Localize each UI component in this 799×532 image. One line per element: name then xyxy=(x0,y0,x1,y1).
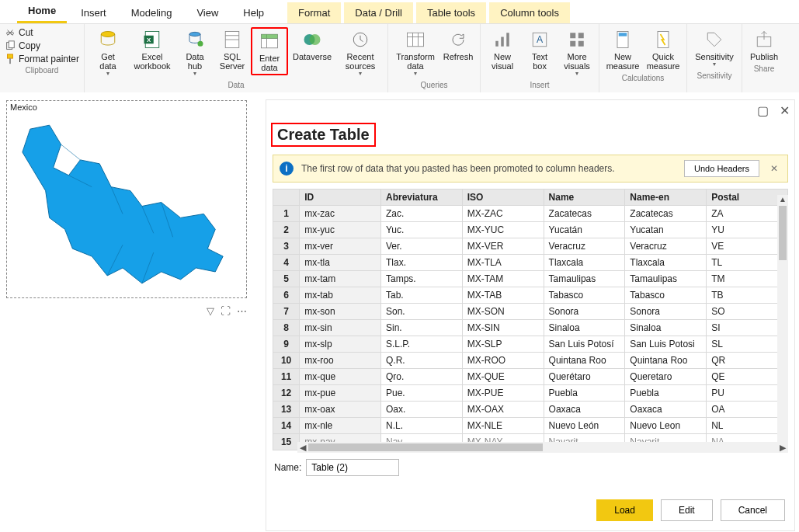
cell[interactable]: NL xyxy=(707,418,788,434)
cell[interactable]: S.L.P. xyxy=(381,336,463,353)
table-row[interactable]: 7mx-sonSon.MX-SONSonoraSonoraSO xyxy=(273,304,788,320)
cell[interactable]: Sinaloa xyxy=(544,320,625,336)
tab-insert[interactable]: Insert xyxy=(70,2,117,23)
transform-data-button[interactable]: Transform data ▾ xyxy=(391,27,439,79)
table-row[interactable]: 6mx-tabTab.MX-TABTabascoTabascoTB xyxy=(273,287,788,304)
cell[interactable]: Oaxaca xyxy=(544,402,625,418)
cell[interactable]: Tlaxcala xyxy=(625,255,707,271)
row-number[interactable]: 15 xyxy=(273,434,300,450)
cell[interactable]: Yucatan xyxy=(625,222,707,238)
text-box-button[interactable]: A Text box xyxy=(521,27,558,72)
more-visuals-button[interactable]: More visuals ▾ xyxy=(558,27,596,79)
data-grid[interactable]: ID Abreviatura ISO Name Name-en Postal 1… xyxy=(273,189,788,453)
tab-help[interactable]: Help xyxy=(232,2,275,23)
cell[interactable]: Sinaloa xyxy=(625,320,707,336)
table-row[interactable]: 8mx-sinSin.MX-SINSinaloaSinaloaSI xyxy=(273,320,788,336)
cell[interactable]: Son. xyxy=(381,304,463,320)
cell[interactable]: Puebla xyxy=(544,385,625,402)
table-row[interactable]: 11mx-queQro.MX-QUEQuerétaroQueretaroQE xyxy=(273,369,788,385)
row-number[interactable]: 3 xyxy=(273,238,300,255)
sensitivity-button[interactable]: Sensitivity ▾ xyxy=(690,27,738,70)
scroll-right-icon[interactable]: ▶ xyxy=(777,443,788,453)
dataverse-button[interactable]: Dataverse xyxy=(288,27,336,63)
new-measure-button[interactable]: New measure xyxy=(603,27,643,72)
table-row[interactable]: 5mx-tamTamps.MX-TAMTamaulipasTamaulipasT… xyxy=(273,271,788,287)
cell[interactable]: mx-son xyxy=(300,304,381,320)
cell[interactable]: N.L. xyxy=(381,418,463,434)
cell[interactable]: MX-QUE xyxy=(462,369,544,385)
cell[interactable]: Yuc. xyxy=(381,222,463,238)
cell[interactable]: Pue. xyxy=(381,385,463,402)
tab-data-drill[interactable]: Data / Drill xyxy=(344,2,413,23)
cell[interactable]: TM xyxy=(707,271,788,287)
recent-sources-button[interactable]: Recent sources ▾ xyxy=(336,27,384,79)
col-abrev[interactable]: Abreviatura xyxy=(381,190,463,206)
cell[interactable]: TB xyxy=(707,287,788,304)
cell[interactable]: MX-OAX xyxy=(462,402,544,418)
cell[interactable]: MX-YUC xyxy=(462,222,544,238)
cell[interactable]: MX-VER xyxy=(462,238,544,255)
cell[interactable]: Zacatecas xyxy=(625,206,707,222)
data-hub-button[interactable]: Data hub ▾ xyxy=(176,27,214,79)
row-number[interactable]: 11 xyxy=(273,369,300,385)
row-number[interactable]: 1 xyxy=(273,206,300,222)
col-name[interactable]: Name xyxy=(544,190,625,206)
cell[interactable]: Puebla xyxy=(625,385,707,402)
table-row[interactable]: 1mx-zacZac.MX-ZACZacatecasZacatecasZA xyxy=(273,206,788,222)
undo-headers-button[interactable]: Undo Headers xyxy=(684,160,759,177)
cell[interactable]: Tamaulipas xyxy=(544,271,625,287)
cell[interactable]: Veracruz xyxy=(625,238,707,255)
cell[interactable]: Oaxaca xyxy=(625,402,707,418)
get-data-button[interactable]: Get data ▾ xyxy=(88,27,128,79)
cell[interactable]: Tlax. xyxy=(381,255,463,271)
vscroll-thumb[interactable] xyxy=(779,206,787,260)
new-visual-button[interactable]: New visual xyxy=(484,27,521,72)
copy-button[interactable]: Copy xyxy=(5,40,79,51)
cell[interactable]: Qro. xyxy=(381,369,463,385)
cell[interactable]: Queretaro xyxy=(625,369,707,385)
cell[interactable]: Yucatán xyxy=(544,222,625,238)
cell[interactable]: VE xyxy=(707,238,788,255)
cell[interactable]: Oax. xyxy=(381,402,463,418)
col-nameen[interactable]: Name-en xyxy=(625,190,707,206)
focus-icon[interactable]: ⛶ xyxy=(221,305,231,317)
col-iso[interactable]: ISO xyxy=(462,190,544,206)
cell[interactable]: mx-ver xyxy=(300,238,381,255)
cell[interactable]: SL xyxy=(707,336,788,353)
table-row[interactable]: 2mx-yucYuc.MX-YUCYucatánYucatanYU xyxy=(273,222,788,238)
col-postal[interactable]: Postal xyxy=(707,190,788,206)
cell[interactable]: MX-SLP xyxy=(462,336,544,353)
row-number[interactable]: 10 xyxy=(273,353,300,369)
cell[interactable]: MX-SON xyxy=(462,304,544,320)
cell[interactable]: TL xyxy=(707,255,788,271)
publish-button[interactable]: Publish xyxy=(745,27,783,63)
scroll-up-icon[interactable]: ▲ xyxy=(777,195,788,206)
cell[interactable]: mx-slp xyxy=(300,336,381,353)
row-number[interactable]: 12 xyxy=(273,385,300,402)
cell[interactable]: PU xyxy=(707,385,788,402)
cell[interactable]: SI xyxy=(707,320,788,336)
cell[interactable]: Veracruz xyxy=(544,238,625,255)
table-row[interactable]: 3mx-verVer.MX-VERVeracruzVeracruzVE xyxy=(273,238,788,255)
excel-workbook-button[interactable]: X Excel workbook xyxy=(128,27,176,72)
format-painter-button[interactable]: Format painter xyxy=(5,54,79,64)
table-row[interactable]: 10mx-rooQ.R.MX-ROOQuintana RooQuintana R… xyxy=(273,353,788,369)
row-number[interactable]: 5 xyxy=(273,271,300,287)
cell[interactable]: MX-ROO xyxy=(462,353,544,369)
tab-home[interactable]: Home xyxy=(17,0,67,23)
cell[interactable]: Quintana Roo xyxy=(625,353,707,369)
tab-column-tools[interactable]: Column tools xyxy=(489,2,570,23)
refresh-button[interactable]: Refresh xyxy=(439,27,477,63)
edit-button[interactable]: Edit xyxy=(661,499,713,521)
cell[interactable]: ZA xyxy=(707,206,788,222)
sql-server-button[interactable]: SQL Server xyxy=(214,27,251,72)
row-number[interactable]: 6 xyxy=(273,287,300,304)
more-options-icon[interactable]: ⋯ xyxy=(237,305,247,317)
filter-icon[interactable]: ▽ xyxy=(207,305,214,317)
tab-modeling[interactable]: Modeling xyxy=(120,2,183,23)
cell[interactable]: mx-tam xyxy=(300,271,381,287)
cell[interactable]: San Luis Potosi xyxy=(625,336,707,353)
row-number[interactable]: 14 xyxy=(273,418,300,434)
cell[interactable]: SO xyxy=(707,304,788,320)
cell[interactable]: QE xyxy=(707,369,788,385)
